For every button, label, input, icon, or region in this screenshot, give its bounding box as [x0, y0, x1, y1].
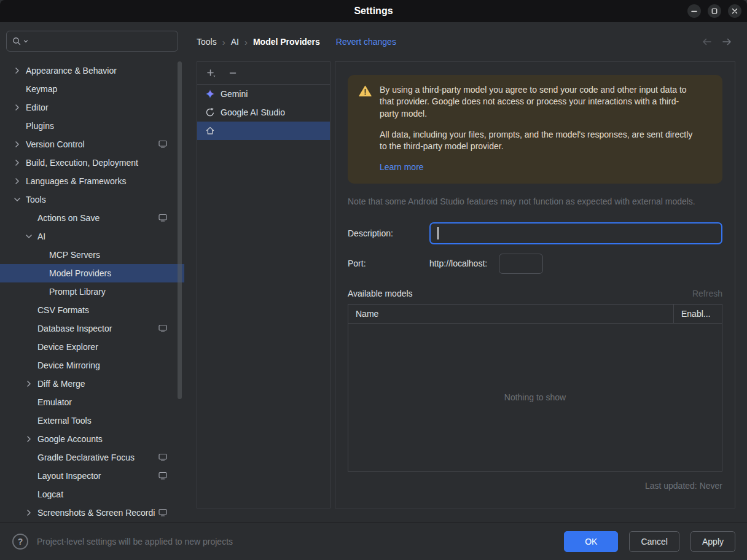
- history-navigation: [701, 37, 735, 47]
- sidebar-item-device-explorer[interactable]: Device Explorer: [0, 338, 184, 356]
- add-provider-button[interactable]: [203, 66, 219, 80]
- breadcrumb-separator-icon: ›: [244, 37, 248, 47]
- plus-icon: [206, 68, 216, 78]
- gemini-icon: [205, 89, 215, 99]
- minus-icon: [228, 68, 238, 78]
- sidebar-item-version-control[interactable]: Version Control: [0, 135, 184, 154]
- sidebar-item-model-providers[interactable]: Model Providers: [0, 264, 184, 282]
- sidebar-item-mcp-servers[interactable]: MCP Servers: [0, 246, 184, 264]
- provider-details-panel: By using a third-party model you agree t…: [335, 61, 735, 508]
- sidebar-item-google-accounts[interactable]: Google Accounts: [0, 430, 184, 448]
- chevron-right-icon[interactable]: [24, 434, 37, 444]
- provider-item-home[interactable]: [197, 122, 330, 140]
- settings-content: Tools › AI › Model Providers Revert chan…: [184, 22, 747, 522]
- port-input[interactable]: [499, 254, 543, 274]
- close-icon: [732, 8, 738, 14]
- sidebar-item-label: Logcat: [37, 489, 63, 499]
- sidebar-item-logcat[interactable]: Logcat: [0, 485, 184, 504]
- sidebar-item-csv-formats[interactable]: CSV Formats: [0, 301, 184, 319]
- model-providers-page: GeminiGoogle AI Studio By using a third-…: [197, 61, 735, 508]
- arrow-right-icon: [721, 37, 733, 47]
- close-button[interactable]: [728, 4, 741, 18]
- column-header-name[interactable]: Name: [348, 305, 673, 323]
- breadcrumb-item-ai[interactable]: AI: [231, 37, 239, 47]
- sidebar-item-build-execution-deployment[interactable]: Build, Execution, Deployment: [0, 154, 184, 172]
- provider-list: GeminiGoogle AI Studio: [197, 85, 330, 140]
- models-table: Name Enabl... Nothing to show: [348, 304, 722, 472]
- provider-item-google-ai-studio[interactable]: Google AI Studio: [197, 103, 330, 122]
- sidebar-item-editor[interactable]: Editor: [0, 98, 184, 117]
- sidebar-item-label: Plugins: [26, 121, 54, 131]
- sidebar-item-diff-merge[interactable]: Diff & Merge: [0, 375, 184, 393]
- sidebar-item-plugins[interactable]: Plugins: [0, 117, 184, 135]
- refresh-link[interactable]: Refresh: [692, 289, 722, 298]
- sidebar-item-label: Tools: [26, 195, 46, 204]
- chevron-down-icon[interactable]: [24, 231, 37, 241]
- sidebar-item-label: AI: [37, 231, 45, 241]
- apply-button[interactable]: Apply: [690, 531, 735, 552]
- warning-paragraph: By using a third-party model you agree t…: [380, 84, 694, 120]
- help-button[interactable]: ?: [12, 534, 28, 550]
- back-button[interactable]: [701, 37, 713, 47]
- provider-list-panel: GeminiGoogle AI Studio: [197, 61, 330, 508]
- sidebar-item-ai[interactable]: AI: [0, 227, 184, 246]
- port-label: Port:: [348, 259, 429, 268]
- ide-settings-icon: [158, 472, 167, 481]
- sidebar-item-emulator[interactable]: Emulator: [0, 393, 184, 411]
- breadcrumb: Tools › AI › Model Providers Revert chan…: [197, 37, 396, 47]
- forward-button[interactable]: [721, 37, 733, 47]
- search-options-chevron-icon[interactable]: [23, 38, 29, 44]
- sidebar-item-actions-on-save[interactable]: Actions on Save: [0, 209, 184, 227]
- remove-provider-button[interactable]: [225, 66, 241, 80]
- maximize-button[interactable]: [708, 4, 721, 18]
- revert-changes-link[interactable]: Revert changes: [336, 37, 396, 47]
- sidebar-item-database-inspector[interactable]: Database Inspector: [0, 319, 184, 338]
- footer-buttons: OK Cancel Apply: [564, 531, 735, 552]
- settings-search-box[interactable]: [6, 31, 178, 52]
- minimize-button[interactable]: [687, 4, 701, 18]
- chevron-right-icon[interactable]: [12, 139, 26, 149]
- chevron-right-icon[interactable]: [12, 103, 26, 112]
- sidebar-item-label: MCP Servers: [49, 250, 100, 260]
- chevron-right-icon[interactable]: [12, 176, 26, 186]
- chevron-right-icon[interactable]: [24, 508, 37, 518]
- window-title: Settings: [354, 6, 393, 17]
- chevron-right-icon[interactable]: [24, 379, 37, 389]
- description-input[interactable]: [429, 222, 722, 244]
- sidebar-item-screenshots-screen-recordi[interactable]: Screenshots & Screen Recordi: [0, 504, 184, 522]
- settings-window-body: Appearance & BehaviorKeymapEditorPlugins…: [0, 22, 747, 522]
- search-input[interactable]: [30, 36, 173, 46]
- provider-list-toolbar: [197, 62, 330, 85]
- sidebar-item-label: Version Control: [26, 139, 85, 149]
- sidebar-scrollbar[interactable]: [178, 61, 182, 399]
- ok-button[interactable]: OK: [564, 531, 618, 552]
- chevron-right-icon[interactable]: [12, 158, 26, 168]
- sidebar-item-appearance-behavior[interactable]: Appearance & Behavior: [0, 61, 184, 80]
- last-updated-text: Last updated: Never: [348, 481, 722, 491]
- column-header-enabled[interactable]: Enabl...: [673, 305, 722, 323]
- description-label: Description:: [348, 228, 429, 238]
- sidebar-item-label: Google Accounts: [37, 434, 103, 444]
- models-table-header: Name Enabl...: [348, 305, 722, 324]
- text-caret: [437, 227, 439, 239]
- chevron-down-icon[interactable]: [12, 195, 26, 204]
- sidebar-item-gradle-declarative-focus[interactable]: Gradle Declarative Focus: [0, 448, 184, 467]
- learn-more-link[interactable]: Learn more: [380, 161, 424, 173]
- breadcrumb-item-tools[interactable]: Tools: [197, 37, 217, 47]
- cancel-button[interactable]: Cancel: [629, 531, 679, 552]
- chevron-right-icon[interactable]: [12, 66, 26, 76]
- sidebar-item-layout-inspector[interactable]: Layout Inspector: [0, 467, 184, 485]
- sidebar-item-label: Actions on Save: [37, 213, 100, 223]
- description-field-wrap: [429, 222, 722, 244]
- question-mark-icon: ?: [18, 537, 23, 546]
- sidebar-item-tools[interactable]: Tools: [0, 190, 184, 209]
- sidebar-item-external-tools[interactable]: External Tools: [0, 411, 184, 430]
- sidebar-item-prompt-library[interactable]: Prompt Library: [0, 282, 184, 301]
- warning-paragraph: All data, including your files, prompts,…: [380, 129, 694, 153]
- sidebar-item-keymap[interactable]: Keymap: [0, 80, 184, 98]
- sidebar-item-device-mirroring[interactable]: Device Mirroring: [0, 356, 184, 375]
- provider-item-gemini[interactable]: Gemini: [197, 85, 330, 103]
- sidebar-item-languages-frameworks[interactable]: Languages & Frameworks: [0, 172, 184, 190]
- description-row: Description:: [348, 222, 722, 244]
- studio-icon: [205, 107, 215, 117]
